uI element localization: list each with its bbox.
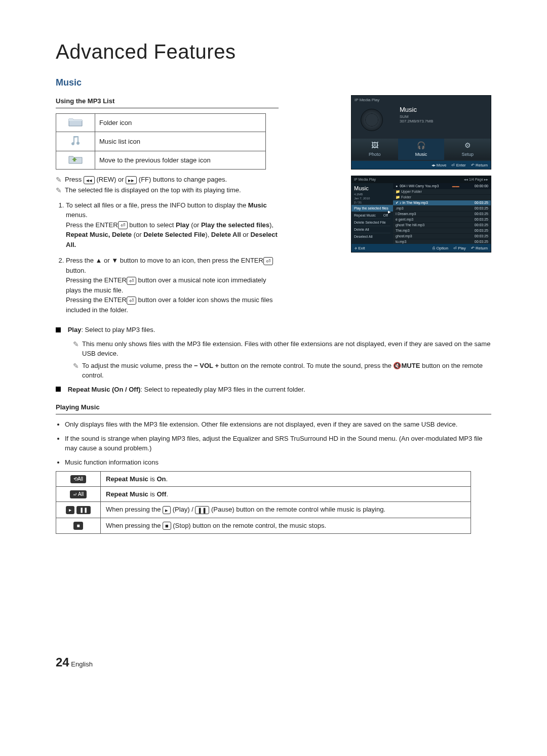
disc-icon [361,109,383,131]
tab-music[interactable]: 🎧Music [398,139,445,160]
note-text: This menu only shows files with the MP3 … [82,339,491,359]
step-2: Press the ▲ or ▼ button to move to an ic… [66,256,279,315]
hint-return: ↶ Return [471,246,488,250]
table-row: Music list icon [56,132,266,151]
pager: ◂◂ 1/4 Page ▸▸ [464,176,488,183]
list-item[interactable]: 📁 Upper Folder [393,189,491,194]
headphones-icon: 🎧 [398,141,445,149]
note-icon: ✎ [73,339,79,359]
repeat-music-item: Repeat Music (On / Off): Select to repea… [56,385,491,395]
previous-folder-icon [68,154,83,164]
table-row: ⤾ All Repeat Music is Off. [56,487,471,502]
subheading-playing-music: Playing Music [56,403,491,411]
now-playing-row: ●004 I Will Carry You.mp3 ▬▬00:00:00 [393,183,491,189]
breadcrumb: IP Media Play [355,98,379,102]
note-icon: ✎ [56,176,62,184]
pause-icon: ❚❚ [76,506,91,514]
ff-key-icon: ▸▸ [126,176,137,184]
tab-photo[interactable]: 🖼Photo [351,139,398,160]
side-title: Music [354,185,390,191]
enter-key-icon: ⏎ [118,221,128,229]
photo-icon: 🖼 [351,141,398,149]
enter-key-icon: ⏎ [127,277,136,285]
table-row: ⟲All Repeat Music is On. [56,472,471,487]
play-icon: ▸ [66,506,74,514]
enter-key-icon: ⏎ [263,257,273,265]
list-item[interactable]: The.mp300:03:25 [393,228,491,233]
play-key-icon: ▸ [163,506,171,514]
table-row: Folder icon [56,114,266,132]
list-item[interactable]: ghost.mp300:03:25 [393,233,491,239]
repeat-off-icon: ⤾ All [70,490,87,498]
table-row: Move to the previous folder stage icon [56,151,266,170]
tab-setup[interactable]: ⚙Setup [444,139,491,160]
icon-label: Move to the previous folder stage icon [95,151,266,170]
note-text: Press ◂◂ (REW) or ▸▸ (FF) buttons to cha… [65,176,227,184]
option-delete-all[interactable]: Delete All [354,226,390,233]
repeat-on-icon: ⟲All [70,475,86,483]
tv-screenshot-media-play: IP Media Play Music SUM 307.2MB/973.7MB … [351,95,491,170]
gear-icon: ⚙ [444,141,491,149]
mute-icon: 🔇 [393,362,401,369]
option-delete-selected[interactable]: Delete Selected File [354,219,390,226]
table-row: ▸ ❚❚ When pressing the ▸ (Play) / ❚❚ (Pa… [56,502,471,518]
hint-play: ⏎ Play [453,246,466,250]
tv-screenshot-music-list: IP Media Play ◂◂ 1/4 Page ▸▸ Music 4.2MB… [351,176,491,253]
list-item[interactable]: ✔ ♪ In The Way.mp300:03:25 [393,200,491,205]
square-bullet-icon [56,327,61,332]
list-item: Music function information icons [65,457,491,468]
stop-icon: ■ [73,522,83,530]
play-item: Play: Select to play MP3 files. [56,325,491,335]
section-heading: Music [56,77,491,88]
list-item[interactable]: I Dream.mp300:03:25 [393,211,491,217]
list-item[interactable]: ghost The hill.mp300:03:25 [393,222,491,228]
icon-table: Folder icon Music list icon Move to the … [56,113,266,170]
note-text: To adjust the music volume, press the − … [82,361,491,381]
breadcrumb: IP Media Play [354,176,376,183]
icon-label: Music list icon [95,132,266,151]
rew-key-icon: ◂◂ [84,176,95,184]
option-repeat-music[interactable]: Repeat Music Off [354,212,390,219]
list-item[interactable]: .mp300:03:25 [393,205,491,211]
music-list-icon [70,135,81,146]
list-item: If the sound is strange when playing MP3… [65,434,491,453]
option-deselect-all[interactable]: Deselect All [354,233,390,240]
enter-key-icon: ⏎ [127,297,136,305]
tv1-title: Music [400,106,433,113]
icon-label: Folder icon [95,114,266,132]
folder-icon [68,117,83,127]
table-row: ■ When pressing the ■ (Stop) button on t… [56,518,471,534]
page-language: English [71,660,93,668]
hint-move: ◂▸ Move [432,163,447,167]
hint-exit: ⎆ Exit [355,246,433,250]
tv1-sub2: 307.2MB/973.7MB [400,119,433,123]
hint-return: ↶ Return [471,163,488,167]
note-icon: ✎ [56,186,62,194]
svg-rect-1 [77,137,79,143]
list-item[interactable]: 📁 Folder [393,194,491,200]
note-text: The selected file is displayed on the to… [65,186,241,194]
option-play-selected[interactable]: Play the selected files ▶ [351,204,393,212]
status-icon-table: ⟲All Repeat Music is On. ⤾ All Repeat Mu… [56,471,471,534]
page-title: Advanced Features [56,40,491,63]
stop-key-icon: ■ [163,522,171,530]
hint-option: ⎙ Option [433,246,448,250]
hint-enter: ⏎ Enter [451,163,465,167]
square-bullet-icon [56,387,61,392]
page-footer: 24 English [56,655,491,669]
side-meta: 4.2MB Jan 7, 2010 2 / 31 [354,193,390,204]
pause-key-icon: ❚❚ [195,506,209,514]
step-1: To select all files or a file, press the… [66,200,279,250]
subheading-using-mp3-list: Using the MP3 List [56,97,279,105]
playing-music-list: Only displays files with the MP3 file ex… [56,419,491,467]
note-icon: ✎ [73,361,79,381]
list-item[interactable]: e gent.mp300:03:25 [393,217,491,222]
tv1-sub1: SUM [400,114,433,119]
list-item: Only displays files with the MP3 file ex… [65,419,491,430]
page-number: 24 [56,655,69,669]
